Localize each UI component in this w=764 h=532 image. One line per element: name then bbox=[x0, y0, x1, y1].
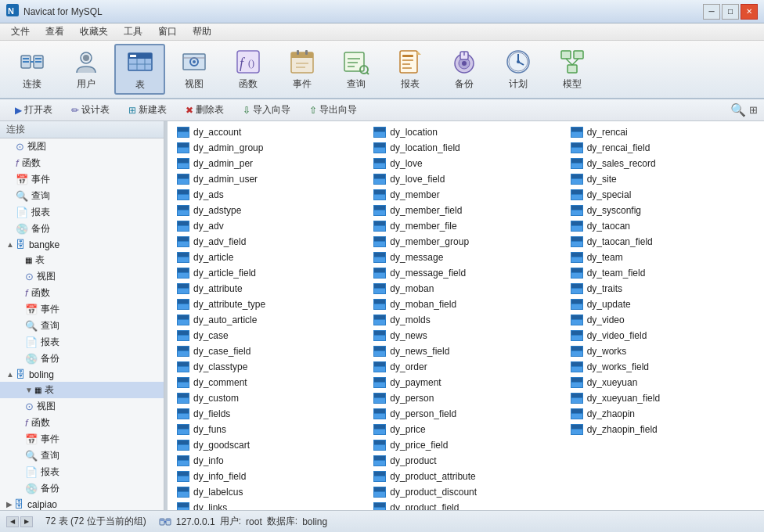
sidebar-item-backup1[interactable]: 💿 备份 bbox=[0, 221, 164, 237]
table-entry[interactable]: dy_product_attribute bbox=[367, 469, 564, 484]
sidebar-item-query1[interactable]: 🔍 查询 bbox=[0, 188, 164, 204]
sidebar-item-report-boling[interactable]: 📄 报表 bbox=[0, 464, 164, 480]
table-entry[interactable]: dy_info_field bbox=[171, 469, 367, 484]
toolbar-report-button[interactable]: 报表 bbox=[384, 44, 435, 95]
table-entry[interactable]: dy_member_group bbox=[367, 234, 564, 250]
sidebar-item-bangke[interactable]: ▲ 🗄 bangke bbox=[0, 237, 164, 252]
table-entry[interactable]: dy_admin_per bbox=[171, 156, 367, 171]
table-entry[interactable]: dy_labelcus bbox=[171, 484, 367, 500]
sidebar-item-query-boling[interactable]: 🔍 查询 bbox=[0, 448, 164, 464]
table-entry[interactable]: dy_zhaopin_field bbox=[564, 422, 761, 437]
sidebar-item-backup-boling[interactable]: 💿 备份 bbox=[0, 480, 164, 497]
search-icon[interactable]: 🔍 bbox=[730, 102, 746, 117]
export-wizard-button[interactable]: ⇧ 导出向导 bbox=[301, 100, 366, 120]
table-entry[interactable]: dy_location_field bbox=[367, 140, 564, 156]
maximize-button[interactable]: □ bbox=[722, 4, 739, 20]
table-entry[interactable]: dy_special bbox=[564, 187, 761, 203]
table-entry[interactable]: dy_ads bbox=[171, 187, 367, 203]
table-entry[interactable]: dy_case bbox=[171, 328, 367, 343]
toolbar-function-button[interactable]: f () 函数 bbox=[222, 44, 273, 95]
open-table-button[interactable]: ▶ 打开表 bbox=[6, 100, 61, 120]
close-button[interactable]: ✕ bbox=[741, 4, 758, 20]
table-entry[interactable]: dy_attribute_type bbox=[171, 297, 367, 312]
sidebar-item-func-boling[interactable]: f 函数 bbox=[0, 415, 164, 431]
toolbar-query-button[interactable]: 查询 bbox=[330, 44, 381, 95]
table-entry[interactable]: dy_moban bbox=[367, 281, 564, 297]
table-entry[interactable]: dy_person_field bbox=[367, 406, 564, 422]
toolbar-backup-button[interactable]: 备份 bbox=[438, 44, 489, 95]
table-entry[interactable]: dy_message_field bbox=[367, 265, 564, 281]
table-entry[interactable]: dy_team_field bbox=[564, 265, 761, 281]
table-entry[interactable]: dy_taocan bbox=[564, 218, 761, 234]
table-entry[interactable]: dy_price bbox=[367, 422, 564, 437]
table-entry[interactable]: dy_payment bbox=[367, 375, 564, 390]
table-entry[interactable]: dy_price_field bbox=[367, 437, 564, 453]
scroll-left-button[interactable]: ◀ bbox=[6, 516, 19, 527]
table-entry[interactable]: dy_links bbox=[171, 500, 367, 510]
table-entry[interactable]: dy_adstype bbox=[171, 203, 367, 218]
table-entry[interactable]: dy_order bbox=[367, 359, 564, 375]
table-entry[interactable]: dy_moban_field bbox=[367, 297, 564, 312]
table-entry[interactable]: dy_xueyuan_field bbox=[564, 390, 761, 406]
table-entry[interactable]: dy_taocan_field bbox=[564, 234, 761, 250]
table-entry[interactable]: dy_fields bbox=[171, 406, 367, 422]
table-entry[interactable]: dy_article bbox=[171, 250, 367, 265]
table-entry[interactable]: dy_classtype bbox=[171, 359, 367, 375]
table-entry[interactable]: dy_site bbox=[564, 171, 761, 187]
table-entry[interactable]: dy_works_field bbox=[564, 359, 761, 375]
table-entry[interactable]: dy_zhaopin bbox=[564, 406, 761, 422]
table-entry[interactable]: dy_admin_group bbox=[171, 140, 367, 156]
table-entry[interactable]: dy_info bbox=[171, 453, 367, 469]
sidebar-item-backup-bangke[interactable]: 💿 备份 bbox=[0, 350, 164, 367]
table-entry[interactable]: dy_custom bbox=[171, 390, 367, 406]
sidebar-item-event-boling[interactable]: 📅 事件 bbox=[0, 431, 164, 448]
table-entry[interactable]: dy_news_field bbox=[367, 343, 564, 359]
table-entry[interactable]: dy_xueyuan bbox=[564, 375, 761, 390]
table-entry[interactable]: dy_member_file bbox=[367, 218, 564, 234]
table-entry[interactable]: dy_traits bbox=[564, 281, 761, 297]
table-entry[interactable]: dy_sysconfig bbox=[564, 203, 761, 218]
table-entry[interactable]: dy_sales_record bbox=[564, 156, 761, 171]
sidebar-item-boling[interactable]: ▲ 🗄 boling bbox=[0, 367, 164, 382]
menu-tools[interactable]: 工具 bbox=[116, 23, 150, 40]
toolbar-table-button[interactable]: 表 bbox=[114, 44, 165, 95]
toolbar-connect-button[interactable]: 连接 bbox=[6, 44, 57, 95]
sidebar-item-query-bangke[interactable]: 🔍 查询 bbox=[0, 318, 164, 334]
table-entry[interactable]: dy_team bbox=[564, 250, 761, 265]
view-toggle-icon[interactable]: ⊞ bbox=[749, 104, 758, 116]
sidebar-item-table-boling[interactable]: ▼ ▦ 表 bbox=[0, 382, 164, 398]
table-entry[interactable]: dy_message bbox=[367, 250, 564, 265]
sidebar-item-view1[interactable]: ⊙ 视图 bbox=[0, 138, 164, 155]
table-entry[interactable]: dy_member bbox=[367, 187, 564, 203]
sidebar-item-func1[interactable]: f 函数 bbox=[0, 155, 164, 171]
table-entry[interactable]: dy_update bbox=[564, 297, 761, 312]
sidebar-item-view-boling[interactable]: ⊙ 视图 bbox=[0, 398, 164, 415]
table-entry[interactable]: dy_product_discount bbox=[367, 484, 564, 500]
toolbar-user-button[interactable]: 用户 bbox=[60, 44, 111, 95]
design-table-button[interactable]: ✏ 设计表 bbox=[63, 100, 118, 120]
scroll-right-button[interactable]: ▶ bbox=[20, 516, 33, 527]
table-entry[interactable]: dy_rencai bbox=[564, 124, 761, 140]
table-entry[interactable]: dy_attribute bbox=[171, 281, 367, 297]
table-entry[interactable]: dy_molds bbox=[367, 312, 564, 328]
toolbar-event-button[interactable]: 事件 bbox=[276, 44, 327, 95]
sidebar-item-report-bangke[interactable]: 📄 报表 bbox=[0, 334, 164, 350]
menu-file[interactable]: 文件 bbox=[3, 23, 38, 40]
table-entry[interactable]: dy_admin_user bbox=[171, 171, 367, 187]
minimize-button[interactable]: ─ bbox=[703, 4, 720, 20]
table-entry[interactable]: dy_news bbox=[367, 328, 564, 343]
sidebar-item-event-bangke[interactable]: 📅 事件 bbox=[0, 301, 164, 318]
import-wizard-button[interactable]: ⇩ 导入向导 bbox=[234, 100, 299, 120]
table-entry[interactable]: dy_account bbox=[171, 124, 367, 140]
sidebar-item-func-bangke[interactable]: f 函数 bbox=[0, 285, 164, 301]
delete-table-button[interactable]: ✖ 删除表 bbox=[177, 100, 232, 120]
table-entry[interactable]: dy_love bbox=[367, 156, 564, 171]
table-entry[interactable]: dy_love_field bbox=[367, 171, 564, 187]
table-entry[interactable]: dy_comment bbox=[171, 375, 367, 390]
table-entry[interactable]: dy_video bbox=[564, 312, 761, 328]
table-entry[interactable]: dy_person bbox=[367, 390, 564, 406]
sidebar-item-table-bangke[interactable]: ▦ 表 bbox=[0, 252, 164, 268]
table-entry[interactable]: dy_case_field bbox=[171, 343, 367, 359]
table-entry[interactable]: dy_works bbox=[564, 343, 761, 359]
menu-view[interactable]: 查看 bbox=[38, 23, 72, 40]
